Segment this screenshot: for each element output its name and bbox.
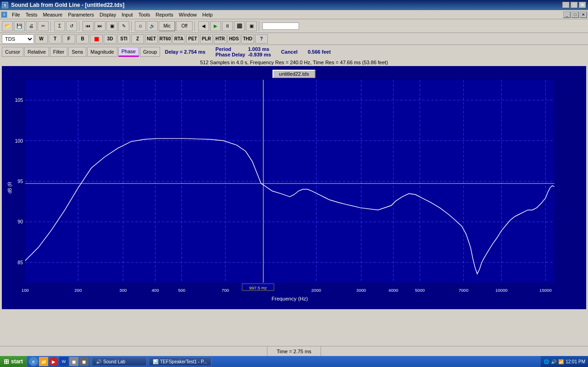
menu-measure[interactable]: Measure bbox=[40, 11, 65, 18]
start-label: start bbox=[11, 358, 23, 365]
folder-icon[interactable]: 📁 bbox=[39, 357, 48, 366]
menu-file[interactable]: File bbox=[9, 11, 23, 18]
outer-maximize-btn[interactable]: □ bbox=[571, 2, 578, 8]
tb-square[interactable]: ▣ bbox=[246, 21, 257, 31]
tb2-help[interactable]: ? bbox=[255, 34, 268, 44]
svg-text:95: 95 bbox=[17, 178, 23, 184]
tb2-plr[interactable]: PLR bbox=[200, 34, 213, 44]
app-icon: S bbox=[2, 2, 8, 8]
outer-close-btn[interactable]: ✕ bbox=[579, 2, 586, 8]
tb2-w[interactable]: W bbox=[35, 34, 48, 44]
window-title: Sound Lab from Gold Line - [untitled22.t… bbox=[11, 2, 124, 8]
tds-dropdown[interactable]: TDS bbox=[2, 34, 34, 44]
magnitude-btn[interactable]: Magnitude bbox=[87, 47, 117, 57]
svg-text:90: 90 bbox=[17, 219, 23, 224]
filename-badge: untitled22.tds bbox=[272, 70, 315, 78]
word-icon[interactable]: W bbox=[59, 357, 68, 366]
tb-pencil[interactable]: ✎ bbox=[118, 21, 129, 31]
tb-pause[interactable]: ⏸ bbox=[222, 21, 233, 31]
menu-tests[interactable]: Tests bbox=[23, 11, 40, 18]
inner-restore-btn[interactable]: □ bbox=[571, 11, 579, 18]
tb2-stop[interactable]: ⏹ bbox=[90, 34, 103, 44]
tb-stop[interactable]: ⬛ bbox=[234, 21, 245, 31]
tb2-rt60[interactable]: RT60 bbox=[159, 34, 172, 44]
outer-minimize-btn[interactable]: _ bbox=[562, 2, 570, 8]
menu-display[interactable]: Display bbox=[97, 11, 119, 18]
inner-minimize-btn[interactable]: _ bbox=[563, 11, 571, 18]
network-icon[interactable]: 🌐 bbox=[544, 359, 549, 364]
status-right bbox=[321, 346, 588, 356]
chart-title: 512 Samples in 4.0 s, Frequency Res = 24… bbox=[200, 60, 388, 65]
volume-icon[interactable]: 🔊 bbox=[551, 359, 556, 364]
tb2-3d[interactable]: 3D bbox=[104, 34, 116, 44]
tb-mic-btn[interactable]: Mic bbox=[159, 21, 175, 31]
separator5 bbox=[259, 21, 261, 31]
tb2-pet[interactable]: PET bbox=[186, 34, 199, 44]
menu-window[interactable]: Window bbox=[176, 11, 200, 18]
tb-prev[interactable]: ⏮ bbox=[83, 21, 94, 31]
tb-play[interactable]: ▶ bbox=[210, 21, 221, 31]
menu-input[interactable]: Input bbox=[119, 11, 135, 18]
tb2-htr[interactable]: HTR bbox=[214, 34, 227, 44]
period-info: Period Phase Delay bbox=[216, 46, 245, 57]
tb2-hds[interactable]: HDS bbox=[227, 34, 240, 44]
separator1 bbox=[50, 21, 52, 31]
tb2-sti[interactable]: STI bbox=[117, 34, 130, 44]
tb-back[interactable]: ◀ bbox=[198, 21, 209, 31]
svg-text:5000: 5000 bbox=[415, 288, 425, 293]
media-icon[interactable]: ▶ bbox=[49, 357, 58, 366]
tb2-b[interactable]: B bbox=[76, 34, 89, 44]
svg-text:100: 100 bbox=[22, 288, 29, 293]
bluetooth-icon[interactable]: 📶 bbox=[558, 359, 564, 364]
cancel-btn[interactable]: Cancel bbox=[281, 49, 298, 55]
relative-btn[interactable]: Relative bbox=[24, 47, 49, 57]
status-bar: Time = 2.75 ms bbox=[0, 346, 588, 356]
menu-help[interactable]: Help bbox=[200, 11, 216, 18]
tb2-rta[interactable]: RTA bbox=[172, 34, 185, 44]
tb2-f[interactable]: F bbox=[62, 34, 75, 44]
app-logo: S bbox=[1, 11, 7, 18]
tb-speaker[interactable]: 🔊 bbox=[147, 21, 158, 31]
tb-next[interactable]: ⏭ bbox=[94, 21, 105, 31]
svg-text:3000: 3000 bbox=[356, 288, 366, 293]
tb-off-btn[interactable]: Off bbox=[176, 21, 193, 31]
tb-smiley[interactable]: ☺ bbox=[135, 21, 146, 31]
y-axis-title: dB (R bbox=[7, 182, 12, 194]
taskbar-tef[interactable]: 📊 TEFSpeakerTest1 - P... bbox=[149, 357, 211, 366]
tb-open[interactable]: 📂 bbox=[2, 21, 13, 31]
tb2-net[interactable]: NET bbox=[145, 34, 158, 44]
cursor-btn[interactable]: Cursor bbox=[2, 47, 23, 57]
tb2-z[interactable]: Z bbox=[131, 34, 144, 44]
group-btn[interactable]: Group bbox=[140, 47, 161, 57]
sens-btn[interactable]: Sens bbox=[68, 47, 86, 57]
extra-icon2[interactable]: ◼ bbox=[79, 357, 89, 366]
status-time: Time = 2.75 ms bbox=[267, 346, 321, 356]
tb-save[interactable]: 💾 bbox=[14, 21, 25, 31]
chart-container[interactable]: untitled22.tds dB (R bbox=[2, 66, 586, 309]
tb-cut[interactable]: ✂ bbox=[38, 21, 49, 31]
menu-reports[interactable]: Reports bbox=[153, 11, 176, 18]
toolbar1: 📂 💾 🖨 ✂ Σ ↺ ⏮ ⏭ ▣ ✎ ☺ 🔊 Mic Off ◀ ▶ ⏸ ⬛ … bbox=[0, 19, 588, 33]
tb2-t[interactable]: T bbox=[49, 34, 61, 44]
status-left bbox=[0, 346, 267, 356]
ie-icon[interactable]: e bbox=[29, 357, 38, 366]
phase-btn[interactable]: Phase bbox=[118, 47, 139, 57]
tb-erase[interactable]: ▣ bbox=[106, 21, 117, 31]
tb-sum[interactable]: Σ bbox=[54, 21, 65, 31]
menu-parameters[interactable]: Parameters bbox=[65, 11, 97, 18]
tb-refresh[interactable]: ↺ bbox=[66, 21, 77, 31]
tb2-thd[interactable]: THD bbox=[241, 34, 254, 44]
start-button[interactable]: ⊞ start bbox=[0, 356, 27, 367]
inner-close-btn[interactable]: ✕ bbox=[580, 11, 587, 18]
tb-print[interactable]: 🖨 bbox=[26, 21, 37, 31]
svg-text:Frequency (Hz): Frequency (Hz) bbox=[272, 296, 308, 301]
taskbar-soundlab[interactable]: 🔊 Sound Lab bbox=[92, 357, 147, 366]
filter-btn[interactable]: Filter bbox=[50, 47, 67, 57]
extra-icon1[interactable]: ◼ bbox=[69, 357, 78, 366]
svg-text:400: 400 bbox=[151, 288, 159, 293]
menu-tools[interactable]: Tools bbox=[136, 11, 153, 18]
delay-info: Delay = 2.754 ms bbox=[165, 49, 205, 55]
svg-text:2000: 2000 bbox=[311, 288, 321, 293]
svg-text:500: 500 bbox=[178, 288, 185, 293]
svg-text:15000: 15000 bbox=[539, 288, 552, 293]
